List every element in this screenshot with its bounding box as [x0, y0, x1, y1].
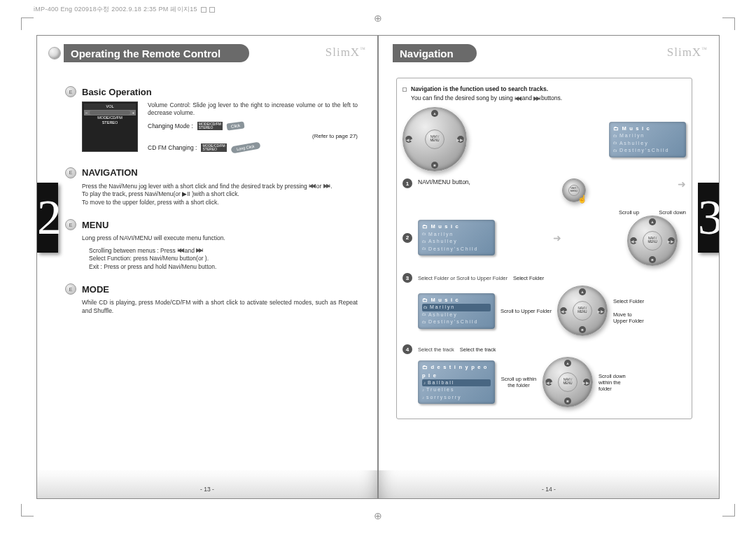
arrow-icon: ➜ [678, 178, 686, 190]
page-right: Navigation SlimX™ 3 Navigation is the fu… [378, 35, 720, 499]
step-label: Select the track [418, 346, 454, 353]
intro-bullet [402, 87, 407, 92]
forward-icon: ▶▶I [533, 95, 539, 101]
scroll-up-within-label: Scroll up within the folder [500, 376, 537, 388]
chapter-number: 3 [698, 183, 719, 253]
step-number: 2 [402, 233, 412, 243]
dial-right-icon: ▶▶I [457, 136, 464, 143]
long-click-badge: Long Click [230, 141, 260, 153]
title-bar-right: Navigation [393, 44, 477, 62]
step-3: 3 Select Folder or Scroll to Upper Folde… [402, 273, 686, 336]
right-content: Navigation is the function used to searc… [396, 78, 692, 456]
brand-logo: SlimX™ [667, 45, 708, 59]
chapter-number: 2 [37, 183, 58, 253]
left-content: E Basic Operation VOL –+ MODE/CD/FM STER… [65, 78, 358, 456]
lcd-music-list: 🗀 M u s i c 🗀M a r i l y n 🗀A s h u l l … [609, 122, 686, 157]
scroll-up-label: Scroll up [619, 209, 639, 216]
navi-dial: ▲■ I◀◀▶▶I NAVI / MENU [627, 216, 678, 266]
scroll-down-label: Scroll down [659, 209, 686, 216]
page-title: Navigation [400, 48, 454, 59]
section-bullet: E [65, 283, 76, 295]
menu-lines: Scrolling between menus : Press I◀◀ and … [65, 247, 358, 271]
crop-mark [722, 504, 735, 517]
select-folder-label: Select Folder [513, 275, 544, 281]
section-menu: E MENU [65, 219, 358, 230]
step-number: 4 [402, 344, 412, 354]
navi-button-press: NAVI / MENU ☝ [562, 178, 586, 202]
registration-mark: ⊕ [374, 510, 382, 521]
brand-logo: SlimX™ [326, 45, 366, 59]
registration-mark: ⊕ [374, 13, 382, 24]
step-label: Select Folder or Scroll to Upper Folder [418, 275, 507, 281]
refer-note: (Refer to page 27) [148, 133, 358, 139]
page-number: - 14 - [542, 486, 556, 493]
dial-left-icon: I◀◀ [405, 136, 412, 143]
move-upper-label: Move to Upper Folder [613, 311, 647, 324]
forward-icon: ▶▶I [196, 247, 202, 255]
step-label: NAVI/MENU button, [418, 178, 470, 185]
page-left: Operating the Remote Control SlimX™ 2 E … [36, 35, 378, 499]
dial-up-icon: ▲ [431, 110, 438, 117]
section-bullet: E [65, 219, 76, 230]
forward-icon: ▶▶I [323, 183, 329, 190]
section-title: MODE [82, 284, 109, 295]
select-track-label: Select the track [460, 346, 496, 353]
page-number: - 13 - [200, 486, 214, 493]
step-1: 1 NAVI/MENU button, NAVI / MENU ☝ ➜ [402, 178, 686, 202]
crop-mark [21, 504, 34, 517]
intro-heading: Navigation is the function used to searc… [411, 85, 686, 92]
rewind-icon: I◀◀ [514, 95, 520, 101]
section-bullet: E [65, 167, 76, 178]
section-bullet: E [65, 86, 76, 97]
page-title: Operating the Remote Control [71, 48, 220, 59]
cd-fm-label: CD FM Changing : [148, 144, 197, 151]
crop-mark [722, 17, 735, 30]
section-basic-operation: E Basic Operation [65, 86, 358, 97]
folder-icon: 🗀 [613, 125, 620, 132]
remote-volume-graphic: VOL –+ MODE/CD/FM STEREO [82, 101, 138, 152]
navigation-panel: Navigation is the function used to searc… [396, 78, 692, 419]
print-header: iMP-400 Eng 020918수정 2002.9.18 2:35 PM 페… [34, 5, 216, 14]
lcd-track-list: 🗀 d e s t i n y p e o p l e ♪B a l l b a… [418, 360, 495, 404]
section-navigation: E NAVIGATION [65, 167, 358, 178]
nav-paragraph: Press the Navi/Menu jog lever with a sho… [65, 183, 358, 206]
step-2: 2 🗀 M u s i c 🗀M a r i l y n 🗀A s h u l … [402, 209, 686, 266]
changing-mode-label: Changing Mode : [148, 122, 193, 129]
mode-paragraph: While CD is playing, press Mode/CD/FM wi… [65, 299, 358, 315]
section-title: NAVIGATION [82, 167, 138, 178]
select-folder-label: Select Folder [613, 298, 647, 304]
menu-paragraph: Long press of NAVI/MENU will execute men… [65, 234, 358, 242]
dial-hub: NAVI / MENU [425, 129, 444, 149]
section-mode: E MODE [65, 283, 358, 295]
navi-dial-large: ▲ ■ I◀◀ ▶▶I NAVI / MENU [402, 107, 467, 171]
dial-down-icon: ■ [431, 162, 438, 169]
navi-dial: ▲■ I◀◀▶▶I NAVI / MENU [557, 286, 608, 336]
section-title: MENU [82, 220, 108, 230]
title-bar-left: Operating the Remote Control [64, 44, 249, 62]
step-number: 1 [402, 178, 412, 188]
mode-graphic-small: MODE/CD/FMSTEREO [197, 122, 223, 130]
navi-dial: ▲■ I◀◀▶▶I NAVI / MENU [542, 357, 593, 407]
rewind-icon: I◀◀ [309, 183, 314, 190]
intro-sub: You can find the desired song by using I… [411, 94, 686, 101]
lcd-music-list: 🗀 M u s i c 🗀M a r i l y n 🗀A s h u l l … [418, 220, 495, 255]
crop-mark [21, 17, 34, 30]
scroll-upper-label: Scroll to Upper Folder [500, 308, 552, 314]
page-spread: Operating the Remote Control SlimX™ 2 E … [36, 35, 720, 499]
title-ornament [48, 47, 61, 59]
page-shadow [37, 470, 377, 498]
step-4: 4 Select the track Select the track 🗀 d … [402, 344, 686, 407]
basic-paragraph: Volume Control: Slide jog lever to the r… [148, 101, 358, 118]
step-number: 3 [402, 273, 412, 283]
page-shadow [379, 470, 719, 498]
mode-graphic-small: MODE/CD/FMSTEREO [201, 143, 226, 152]
rewind-icon: I◀◀ [177, 247, 183, 255]
section-title: Basic Operation [82, 87, 152, 97]
arrow-icon: ➜ [553, 232, 561, 244]
click-badge: Click [226, 121, 244, 130]
scroll-down-within-label: Scroll down within the folder [598, 373, 632, 392]
lcd-music-list-selected: 🗀 M u s i c 🗀M a r i l y n 🗀A s h u l l … [418, 293, 495, 329]
